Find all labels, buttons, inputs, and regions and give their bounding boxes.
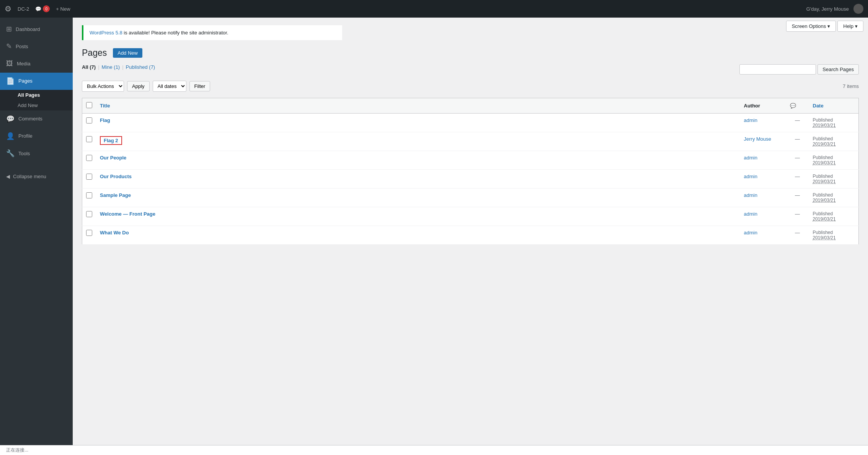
- adminbar-site[interactable]: DC-2: [18, 6, 29, 12]
- date-status: Published: [813, 136, 855, 141]
- date-cell: Published2019/03/21: [809, 188, 859, 207]
- items-count: 7 items: [843, 83, 859, 89]
- date-cell: Published2019/03/21: [809, 132, 859, 151]
- posts-icon: ✎: [6, 42, 12, 51]
- table-row: Flagadmin—Published2019/03/21: [82, 114, 859, 132]
- submenu-item-all-pages[interactable]: All Pages: [0, 90, 73, 100]
- help-label: Help: [843, 23, 853, 29]
- sidebar-item-comments[interactable]: 💬 Comments: [0, 110, 73, 128]
- page-title-link[interactable]: What We Do: [100, 230, 129, 236]
- author-link[interactable]: admin: [744, 230, 757, 236]
- comments-cell: —: [786, 188, 809, 207]
- dates-select[interactable]: All dates: [153, 81, 186, 92]
- sidebar-item-label: Posts: [16, 43, 28, 50]
- page-title-link[interactable]: Welcome — Front Page: [100, 211, 155, 217]
- help-button[interactable]: Help ▾: [837, 21, 863, 32]
- update-notice: WordPress 5.8 is available! Please notif…: [82, 25, 342, 40]
- sidebar-item-pages[interactable]: 📄 Pages ◀: [0, 73, 73, 90]
- sidebar-item-label: Profile: [18, 133, 33, 140]
- search-pages-button[interactable]: Search Pages: [817, 64, 859, 75]
- author-link[interactable]: admin: [744, 174, 757, 179]
- comment-icon: 💬: [35, 6, 41, 12]
- date-cell: Published2019/03/21: [809, 114, 859, 132]
- author-link[interactable]: Jerry Mouse: [744, 136, 772, 142]
- comments-cell: —: [786, 170, 809, 188]
- add-new-page-button[interactable]: Add New: [113, 48, 142, 58]
- filter-button[interactable]: Filter: [189, 81, 210, 91]
- page-title-link[interactable]: Flag: [100, 117, 110, 123]
- date-value: 2019/03/21: [813, 123, 855, 128]
- apply-button[interactable]: Apply: [127, 81, 150, 91]
- media-icon: 🖼: [6, 59, 13, 68]
- status-text: 正在连接...: [6, 447, 28, 453]
- date-cell: Published2019/03/21: [809, 207, 859, 226]
- search-input[interactable]: [739, 64, 816, 75]
- collapse-icon: ◀: [6, 174, 10, 179]
- sidebar-item-label: Comments: [18, 115, 42, 122]
- tablenav-top: Bulk Actions Apply All dates Filter 7 it…: [82, 78, 859, 95]
- pages-submenu: All Pages Add New: [0, 90, 73, 110]
- adminbar-comments[interactable]: 💬 0: [35, 5, 50, 12]
- wp-logo-icon[interactable]: ⚙: [5, 4, 11, 13]
- screen-options-button[interactable]: Screen Options ▾: [786, 21, 836, 32]
- page-title-link[interactable]: Flag 2: [100, 136, 122, 145]
- date-value: 2019/03/21: [813, 235, 855, 240]
- page-title-link[interactable]: Our Products: [100, 174, 132, 179]
- page-title: Pages: [82, 48, 107, 58]
- filter-all-link[interactable]: All (7): [82, 64, 96, 70]
- filter-mine-link[interactable]: Mine (1): [102, 64, 120, 70]
- search-box: Search Pages: [739, 64, 859, 75]
- main-content: WordPress 5.8 is available! Please notif…: [73, 18, 868, 455]
- comments-cell: —: [786, 226, 809, 245]
- sidebar-item-media[interactable]: 🖼 Media: [0, 55, 73, 72]
- wp-update-link[interactable]: WordPress 5.8: [90, 30, 122, 36]
- pages-table: Title Author 💬 Date Flagadmin—Published2…: [82, 98, 859, 245]
- bulk-actions-select[interactable]: Bulk Actions: [82, 81, 124, 92]
- page-title-link[interactable]: Our People: [100, 155, 126, 161]
- sidebar-item-label: Tools: [18, 150, 30, 157]
- comments-header-icon: 💬: [790, 103, 796, 109]
- author-link[interactable]: admin: [744, 155, 757, 161]
- title-sort-link[interactable]: Title: [100, 103, 110, 109]
- comments-cell: —: [786, 207, 809, 226]
- collapse-menu-button[interactable]: ◀ Collapse menu: [0, 170, 73, 183]
- table-row: Our Peopleadmin—Published2019/03/21: [82, 151, 859, 170]
- date-sort-link[interactable]: Date: [813, 103, 824, 109]
- row-checkbox[interactable]: [86, 155, 92, 161]
- table-row: Flag 2Jerry Mouse—Published2019/03/21: [82, 132, 859, 151]
- table-row: What We Doadmin—Published2019/03/21: [82, 226, 859, 245]
- date-cell: Published2019/03/21: [809, 226, 859, 245]
- avatar: [853, 4, 863, 14]
- date-value: 2019/03/21: [813, 198, 855, 203]
- all-count: (7): [90, 64, 96, 70]
- filter-links: All (7) | Mine (1) | Published (7): [82, 64, 739, 70]
- sidebar-item-tools[interactable]: 🔧 Tools: [0, 145, 73, 162]
- sidebar-item-dashboard[interactable]: ⊞ Dashboard: [0, 21, 73, 38]
- date-value: 2019/03/21: [813, 141, 855, 147]
- profile-icon: 👤: [6, 132, 15, 141]
- date-cell: Published2019/03/21: [809, 151, 859, 170]
- help-arrow-icon: ▾: [855, 23, 858, 29]
- sidebar-item-profile[interactable]: 👤 Profile: [0, 128, 73, 145]
- new-label: + New: [56, 6, 70, 12]
- filter-search-row: Search Pages All (7) | Mine (1) | Publis…: [82, 64, 859, 78]
- dashboard-icon: ⊞: [6, 24, 12, 34]
- author-link[interactable]: admin: [744, 211, 757, 217]
- submenu-item-add-new[interactable]: Add New: [0, 100, 73, 110]
- row-checkbox[interactable]: [86, 174, 92, 180]
- author-link[interactable]: admin: [744, 117, 757, 123]
- row-checkbox[interactable]: [86, 230, 92, 236]
- row-checkbox[interactable]: [86, 136, 92, 142]
- row-checkbox[interactable]: [86, 192, 92, 198]
- page-title-link[interactable]: Sample Page: [100, 192, 131, 198]
- collapse-label: Collapse menu: [13, 174, 46, 179]
- author-link[interactable]: admin: [744, 192, 757, 198]
- filter-published-link[interactable]: Published (7): [126, 64, 155, 70]
- row-checkbox[interactable]: [86, 117, 92, 123]
- mine-count: (1): [114, 64, 120, 70]
- adminbar-new[interactable]: + New: [56, 6, 70, 12]
- row-checkbox[interactable]: [86, 211, 92, 217]
- date-status: Published: [813, 117, 855, 123]
- sidebar-item-posts[interactable]: ✎ Posts: [0, 38, 73, 55]
- select-all-checkbox[interactable]: [86, 102, 92, 108]
